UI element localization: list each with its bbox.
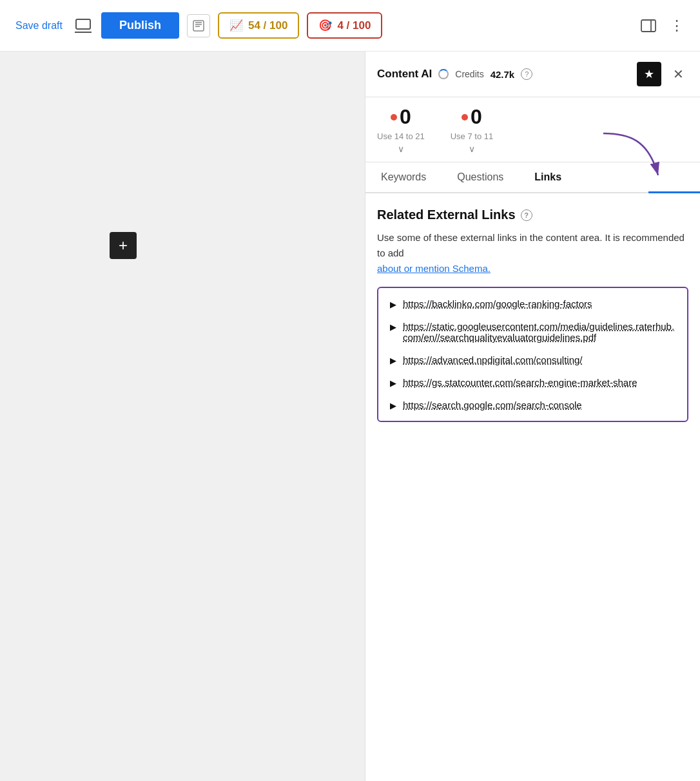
score-yellow-value: 54 / 100 [248,19,287,32]
score-number-2: 0 [471,105,482,129]
add-block-button[interactable]: + [110,232,137,259]
target-icon: 🎯 [318,19,332,32]
credits-label: Credits [455,69,483,79]
help-icon[interactable]: ? [521,68,532,80]
link-url-2[interactable]: https://static.googleusercontent.com/med… [403,321,676,343]
tab-active-underline [648,191,700,193]
section-title-text: Related External Links [377,207,516,222]
more-options-button[interactable]: ⋮ [666,15,687,36]
link-url-3[interactable]: https://advanced.npdigital.com/consultin… [403,354,583,365]
score-item-1: 0 Use 14 to 21 ∨ [377,105,425,154]
section-help-icon[interactable]: ? [521,209,532,221]
edit-icon-button[interactable] [187,14,210,37]
links-box: ▶ https://backlinko.com/google-ranking-f… [377,287,688,422]
close-icon: ✕ [673,66,684,82]
svg-rect-6 [641,20,656,32]
link-arrow-icon: ▶ [390,322,396,332]
tab-links[interactable]: Links [519,162,577,192]
save-draft-button[interactable]: Save draft [13,15,65,37]
more-icon: ⋮ [670,17,684,34]
link-item: ▶ https://gs.statcounter.com/search-engi… [390,377,676,388]
link-arrow-icon: ▶ [390,401,396,410]
score-hint-1: Use 14 to 21 [377,131,425,141]
toolbar: Save draft Publish 📈 54 / 100 🎯 4 / 100 [0,0,700,52]
link-arrow-icon: ▶ [390,300,396,309]
description-text: Use some of these external links in the … [377,230,688,276]
panel-content: Related External Links ? Use some of the… [365,193,700,781]
svg-rect-0 [76,19,90,29]
chevron-down-2[interactable]: ∨ [469,144,475,154]
link-url-5[interactable]: https://search.google.com/search-console [403,400,582,410]
link-item: ▶ https://backlinko.com/google-ranking-f… [390,298,676,309]
chevron-down-1[interactable]: ∨ [398,144,404,154]
chart-icon: 📈 [229,19,243,32]
link-url-4[interactable]: https://gs.statcounter.com/search-engine… [403,377,637,388]
score-number-1: 0 [400,105,411,129]
star-icon: ★ [644,67,654,81]
score-badge-red[interactable]: 🎯 4 / 100 [307,12,382,39]
section-title: Related External Links ? [377,207,688,222]
score-section: 0 Use 14 to 21 ∨ 0 Use 7 to 11 ∨ [365,97,700,162]
sidebar-toggle-button[interactable] [638,15,659,36]
right-panel: Content AI Credits 42.7k ? ★ ✕ 0 Use 14 … [365,52,700,781]
loading-spinner [438,69,449,79]
link-item: ▶ https://advanced.npdigital.com/consult… [390,354,676,365]
tab-questions[interactable]: Questions [442,162,519,192]
score-dot-1 [391,114,397,121]
link-arrow-icon: ▶ [390,378,396,388]
edit-icon [193,20,204,32]
laptop-icon [75,19,92,33]
panel-header: Content AI Credits 42.7k ? ★ ✕ [365,52,700,97]
star-button[interactable]: ★ [637,62,661,86]
link-item: ▶ https://search.google.com/search-conso… [390,400,676,410]
tab-keywords[interactable]: Keywords [365,162,442,192]
score-item-2: 0 Use 7 to 11 ∨ [451,105,494,154]
score-badge-yellow[interactable]: 📈 54 / 100 [218,12,299,39]
score-red-value: 4 / 100 [337,19,371,32]
close-button[interactable]: ✕ [668,64,688,84]
link-url-1[interactable]: https://backlinko.com/google-ranking-fac… [403,298,592,309]
link-arrow-icon: ▶ [390,356,396,365]
sidebar-icon [641,19,656,32]
publish-button[interactable]: Publish [101,12,179,39]
panel-title: Content AI [377,68,432,81]
laptop-icon-button[interactable] [73,15,93,36]
credits-value: 42.7k [491,69,515,80]
score-dot-2 [462,114,468,121]
schema-link[interactable]: about or mention Schema. [377,263,491,274]
tabs-wrapper: Keywords Questions Links [365,162,700,193]
link-item: ▶ https://static.googleusercontent.com/m… [390,321,676,343]
main-layout: + Content AI Credits 42.7k ? ★ ✕ 0 [0,52,700,781]
score-hint-2: Use 7 to 11 [451,131,494,141]
editor-area: + [0,52,365,781]
tabs-row: Keywords Questions Links [365,162,700,193]
